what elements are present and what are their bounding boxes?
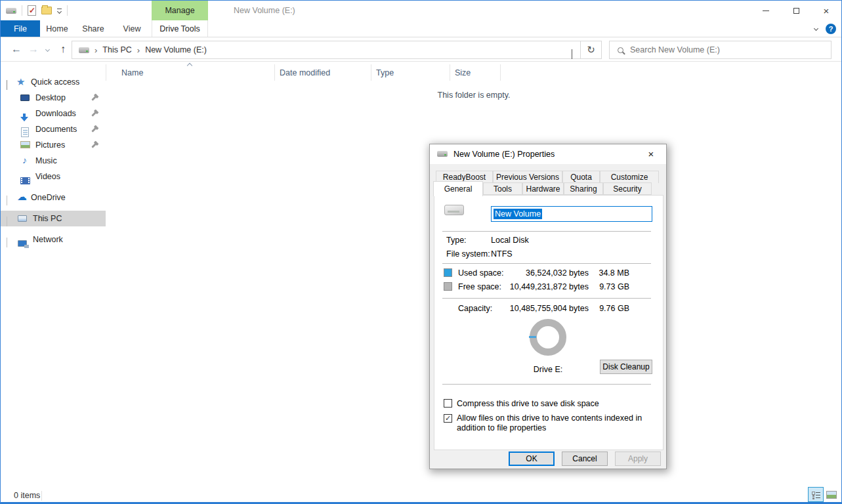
column-header-type[interactable]: Type	[371, 64, 450, 81]
sidebar-item-downloads[interactable]: Downloads	[1, 106, 106, 121]
sidebar-item-label: Pictures	[35, 140, 65, 150]
this-pc-icon	[18, 215, 27, 222]
tab-file[interactable]: File	[1, 20, 40, 37]
ribbon-right-controls: ?	[814, 20, 836, 37]
free-space-size: 9.73 GB	[595, 282, 629, 291]
checkmark-icon: ✓	[445, 414, 451, 422]
sidebar-item-documents[interactable]: Documents	[1, 121, 106, 137]
column-header-name[interactable]: Name	[106, 64, 275, 81]
used-space-bytes: 36,524,032 bytes	[502, 268, 589, 278]
navigation-pane: ★ Quick access Desktop Downloads Documen…	[1, 62, 106, 490]
type-value: Local Disk	[491, 236, 529, 245]
chevron-right-icon[interactable]	[7, 196, 7, 205]
sidebar-item-network[interactable]: Network	[1, 232, 106, 247]
onedrive-cloud-icon: ☁	[17, 191, 27, 203]
capacity-size: 9.76 GB	[595, 304, 629, 313]
dialog-tab-security[interactable]: Security	[603, 182, 652, 195]
close-icon: ×	[824, 6, 830, 16]
column-header-size[interactable]: Size	[450, 64, 501, 81]
maximize-button[interactable]	[781, 1, 811, 20]
minimize-button[interactable]	[751, 1, 781, 20]
pin-icon	[91, 111, 96, 116]
dialog-tab-previous-versions[interactable]: Previous Versions	[493, 171, 562, 183]
expand-ribbon-chevron-icon[interactable]	[814, 26, 818, 31]
filesystem-label: File system:	[446, 249, 490, 259]
search-box[interactable]	[609, 41, 831, 59]
thumbnails-view-button[interactable]	[824, 487, 839, 502]
sidebar-item-label: Quick access	[31, 77, 79, 87]
tab-share[interactable]: Share	[74, 20, 112, 37]
sort-ascending-icon	[187, 63, 192, 68]
sidebar-item-label: Music	[35, 156, 57, 165]
used-space-size: 34.8 MB	[595, 268, 629, 278]
breadcrumb-current-folder[interactable]: New Volume (E:)	[145, 45, 207, 54]
customize-toolbar-chevron-icon[interactable]	[57, 9, 62, 13]
sidebar-item-quick-access[interactable]: ★ Quick access	[1, 74, 106, 90]
dialog-tab-sharing[interactable]: Sharing	[564, 182, 603, 195]
tab-drive-tools[interactable]: Drive Tools	[152, 20, 208, 37]
chevron-down-icon[interactable]	[7, 80, 7, 89]
system-menu-drive-icon[interactable]	[6, 8, 16, 14]
help-icon[interactable]: ?	[826, 24, 836, 34]
chevron-right-icon[interactable]	[7, 238, 7, 247]
sidebar-item-this-pc[interactable]: This PC	[1, 211, 106, 226]
sidebar-item-videos[interactable]: Videos	[1, 169, 106, 184]
used-space-label: Used space:	[458, 268, 503, 278]
recent-locations-chevron-icon[interactable]	[41, 37, 53, 61]
documents-icon	[21, 127, 29, 137]
disk-cleanup-button[interactable]: Disk Cleanup	[600, 360, 652, 374]
volume-name-input[interactable]: New Volume	[491, 206, 652, 222]
address-bar[interactable]: › This PC › New Volume (E:)	[72, 41, 581, 59]
quick-access-star-icon: ★	[16, 76, 25, 88]
new-folder-icon[interactable]	[41, 7, 52, 14]
videos-icon	[20, 177, 30, 184]
back-button[interactable]: ←	[7, 37, 26, 61]
compress-checkbox[interactable]	[444, 399, 452, 408]
desktop-icon	[20, 94, 30, 101]
dialog-tab-customize[interactable]: Customize	[600, 171, 659, 183]
sidebar-item-onedrive[interactable]: ☁ OneDrive	[1, 190, 106, 205]
address-dropdown-chevron-icon[interactable]	[572, 49, 572, 58]
dialog-title-bar[interactable]: New Volume (E:) Properties ×	[430, 144, 666, 164]
index-contents-checkbox-label[interactable]: Allow files on this drive to have conten…	[457, 413, 654, 433]
compress-checkbox-label[interactable]: Compress this drive to save disk space	[457, 399, 654, 409]
type-label: Type:	[446, 236, 467, 245]
sidebar-item-desktop[interactable]: Desktop	[1, 90, 106, 106]
dialog-tab-general[interactable]: General	[433, 181, 483, 196]
tab-home[interactable]: Home	[40, 20, 74, 37]
up-button[interactable]: ↑	[54, 37, 72, 61]
forward-button[interactable]: →	[26, 37, 41, 61]
ribbon-contextual-header-manage[interactable]: Manage	[152, 1, 208, 20]
divider	[442, 298, 651, 299]
details-view-button[interactable]	[808, 487, 824, 502]
column-header-date-modified[interactable]: Date modified	[275, 64, 371, 81]
search-input[interactable]	[630, 45, 814, 54]
close-button[interactable]: ×	[811, 1, 841, 20]
dialog-close-button[interactable]: ×	[641, 144, 661, 163]
divider	[442, 384, 651, 385]
chevron-right-icon[interactable]	[7, 217, 7, 226]
breadcrumb-this-pc[interactable]: This PC	[102, 45, 131, 54]
refresh-button[interactable]: ↻	[581, 41, 602, 59]
pin-icon	[91, 95, 96, 100]
disk-usage-used-slice	[529, 336, 536, 338]
column-label: Size	[455, 68, 471, 77]
title-bar: Manage New Volume (E:) ×	[1, 1, 841, 20]
index-contents-checkbox[interactable]: ✓	[444, 414, 452, 423]
divider	[41, 491, 42, 501]
view-toggles	[808, 487, 839, 502]
tab-view[interactable]: View	[112, 20, 152, 37]
dialog-tab-hardware[interactable]: Hardware	[522, 182, 564, 195]
dialog-drive-icon	[437, 151, 448, 157]
cancel-button[interactable]: Cancel	[562, 452, 608, 466]
used-space-swatch	[444, 268, 452, 277]
network-icon	[18, 240, 27, 247]
properties-icon[interactable]	[28, 5, 36, 16]
ok-button[interactable]: OK	[509, 452, 555, 466]
apply-button[interactable]: Apply	[615, 452, 661, 466]
capacity-bytes: 10,485,755,904 bytes	[502, 304, 589, 313]
sidebar-item-pictures[interactable]: Pictures	[1, 137, 106, 153]
sidebar-item-music[interactable]: ♪ Music	[1, 153, 106, 169]
dialog-tab-tools[interactable]: Tools	[483, 182, 522, 195]
dialog-tab-quota[interactable]: Quota	[562, 171, 600, 183]
